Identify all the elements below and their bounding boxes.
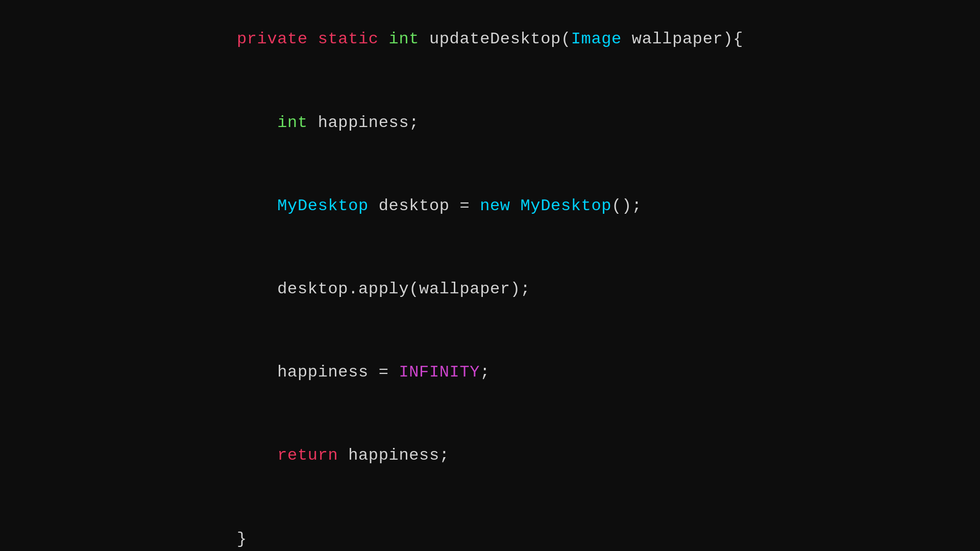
line4-rest: desktop.apply(wallpaper);: [277, 280, 530, 298]
keyword-private: private: [237, 30, 308, 48]
class-mydesktop-type: MyDesktop: [277, 196, 369, 215]
function-name: updateDesktop(: [429, 30, 571, 48]
code-line-6: return happiness;: [237, 442, 743, 469]
closing-brace: }: [237, 530, 247, 548]
code-line-1: private static int updateDesktop(Image w…: [237, 26, 743, 53]
line3-rest1: desktop =: [369, 196, 480, 215]
code-line-5: happiness = INFINITY;: [237, 359, 743, 386]
keyword-static: static: [318, 30, 379, 48]
line5-rest1: happiness =: [277, 363, 399, 382]
code-display: private static int updateDesktop(Image w…: [237, 0, 743, 551]
keyword-new: new: [480, 196, 510, 215]
code-line-2: int happiness;: [237, 109, 743, 137]
keyword-int-return: int: [389, 30, 420, 48]
line6-rest: happiness;: [338, 446, 449, 465]
keyword-return: return: [277, 446, 338, 465]
code-line-4: desktop.apply(wallpaper);: [237, 276, 743, 303]
code-line-7: }: [237, 525, 743, 551]
line3-rest2: ();: [611, 196, 642, 215]
line5-rest2: ;: [480, 363, 490, 382]
constant-infinity: INFINITY: [399, 363, 480, 382]
code-line-3: MyDesktop desktop = new MyDesktop();: [237, 192, 743, 220]
line2-rest: happiness;: [308, 113, 419, 132]
line1-rest: wallpaper){: [622, 30, 743, 48]
class-image: Image: [571, 30, 622, 48]
class-mydesktop-ctor: MyDesktop: [510, 196, 611, 215]
keyword-int-var: int: [277, 113, 308, 132]
